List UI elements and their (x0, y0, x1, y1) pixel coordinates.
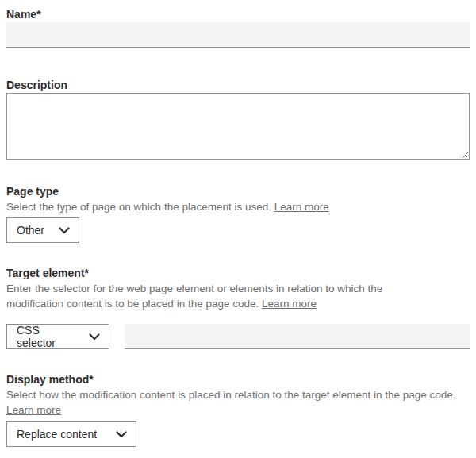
display-method-help: Select how the modification content is p… (6, 387, 470, 418)
name-input[interactable] (6, 22, 470, 48)
display-method-help-text: Select how the modification content is p… (6, 389, 456, 401)
page-type-label: Page type (6, 183, 470, 199)
page-type-dropdown[interactable]: Other (6, 217, 79, 243)
chevron-down-icon (59, 227, 70, 234)
page-type-help: Select the type of page on which the pla… (6, 199, 470, 214)
display-method-label: Display method* (6, 371, 470, 387)
page-type-field-group: Page type Select the type of page on whi… (6, 183, 470, 243)
learn-more-link[interactable]: Learn more (262, 298, 317, 310)
learn-more-link[interactable]: Learn more (274, 201, 329, 213)
selector-type-dropdown[interactable]: CSS selector (6, 324, 109, 349)
name-label: Name* (6, 6, 470, 22)
target-element-field-group: Target element* Enter the selector for t… (6, 265, 470, 349)
name-field-group: Name* (6, 6, 470, 48)
display-method-selected-value: Replace content (17, 428, 97, 441)
page-type-help-text: Select the type of page on which the pla… (6, 201, 271, 213)
selector-type-selected-value: CSS selector (17, 324, 78, 349)
target-element-input-row: CSS selector (6, 324, 470, 349)
chevron-down-icon (116, 431, 127, 438)
description-label: Description (6, 77, 470, 93)
description-textarea[interactable] (6, 93, 470, 160)
target-element-help: Enter the selector for the web page elem… (6, 281, 407, 311)
learn-more-link[interactable]: Learn more (6, 404, 61, 416)
target-element-label: Target element* (6, 265, 470, 281)
chevron-down-icon (89, 333, 100, 341)
display-method-field-group: Display method* Select how the modificat… (6, 371, 470, 447)
display-method-dropdown[interactable]: Replace content (6, 421, 136, 447)
description-field-group: Description (6, 77, 470, 160)
page-type-selected-value: Other (17, 224, 44, 237)
selector-value-input[interactable] (125, 324, 470, 349)
target-element-help-text: Enter the selector for the web page elem… (6, 283, 382, 310)
